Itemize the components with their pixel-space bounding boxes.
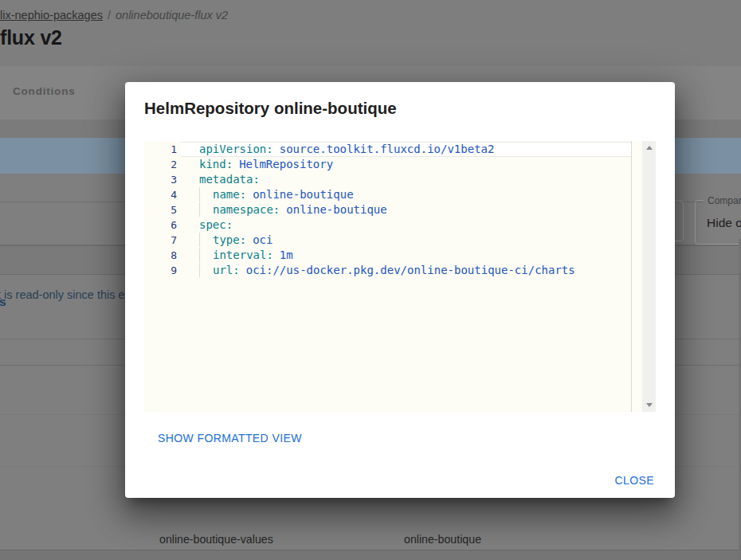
code-lines: 1 apiVersion:source.toolkit.fluxcd.io/v1…	[144, 141, 632, 412]
close-button[interactable]: CLOSE	[615, 474, 654, 487]
scroll-down-icon[interactable]	[642, 398, 656, 412]
breadcrumb-separator: /	[103, 9, 116, 22]
code-line: 7 type:oci	[144, 233, 631, 248]
code-line: 2 kind:HelmRepository	[144, 157, 631, 172]
readonly-banner-text: t is read-only since this ex	[0, 288, 131, 301]
code-line: 8 interval:1m	[144, 248, 631, 263]
yaml-value: online-boutique	[253, 188, 353, 201]
line-number: 9	[144, 263, 181, 278]
app-root: lix-nephio-packages/onlineboutique-flux …	[0, 0, 741, 560]
line-number: 3	[144, 172, 181, 187]
resource-name-cell: online-boutique-values	[159, 533, 273, 546]
line-number: 7	[144, 233, 181, 248]
yaml-value: HelmRepository	[239, 158, 333, 170]
breadcrumb: lix-nephio-packages/onlineboutique-flux …	[0, 9, 228, 22]
yaml-code-editor[interactable]: 1 apiVersion:source.toolkit.fluxcd.io/v1…	[144, 141, 656, 412]
code-line: 4 name:online-boutique	[144, 187, 631, 202]
yaml-key: name:	[213, 188, 246, 201]
tab-conditions[interactable]: Conditions	[13, 85, 76, 97]
line-number: 5	[144, 202, 181, 217]
editor-scrollbar[interactable]	[642, 141, 656, 412]
dialog-title: HelmRepository online-boutique	[144, 99, 397, 118]
yaml-value: online-boutique	[286, 203, 386, 216]
yaml-value: 1m	[280, 249, 293, 261]
yaml-value: source.toolkit.fluxcd.io/v1beta2	[280, 143, 495, 155]
section-partial-text: s	[0, 295, 6, 309]
yaml-key: apiVersion:	[199, 143, 273, 155]
breadcrumb-parent-link[interactable]: lix-nephio-packages	[0, 9, 103, 22]
yaml-key: metadata:	[199, 173, 260, 186]
compare-select[interactable]: Compar Hide c	[695, 200, 741, 245]
yaml-key: interval:	[213, 249, 273, 261]
resource-namespace-cell: online-boutique	[404, 533, 481, 546]
yaml-value: oci://us-docker.pkg.dev/online-boutique-…	[246, 264, 575, 276]
code-line: 5 namespace:online-boutique	[144, 202, 631, 217]
show-formatted-view-button[interactable]: SHOW FORMATTED VIEW	[158, 432, 302, 444]
code-line: 6 spec:	[144, 217, 631, 233]
line-number: 1	[144, 142, 181, 157]
yaml-value: oci	[253, 233, 272, 246]
line-number: 6	[144, 217, 181, 233]
yaml-key: spec:	[199, 218, 233, 231]
compare-select-value: Hide c	[707, 216, 741, 230]
line-number: 2	[144, 157, 181, 172]
yaml-key: url:	[213, 264, 240, 276]
line-number: 4	[144, 187, 181, 202]
yaml-viewer-dialog: HelmRepository online-boutique 1 apiVers…	[125, 82, 675, 498]
line-number: 8	[144, 248, 181, 263]
code-line: 3 metadata:	[144, 172, 631, 187]
scroll-up-icon[interactable]	[642, 141, 656, 155]
code-line: 9 url:oci://us-docker.pkg.dev/online-bou…	[144, 263, 631, 278]
yaml-key: kind:	[199, 158, 233, 170]
yaml-key: namespace:	[213, 203, 280, 216]
bottom-row-band	[0, 550, 741, 560]
code-line: 1 apiVersion:source.toolkit.fluxcd.io/v1…	[144, 142, 631, 157]
page-title: flux v2	[0, 26, 62, 49]
compare-select-label: Compar	[704, 195, 741, 206]
breadcrumb-current: onlineboutique-flux v2	[116, 9, 228, 22]
yaml-key: type:	[213, 233, 246, 246]
